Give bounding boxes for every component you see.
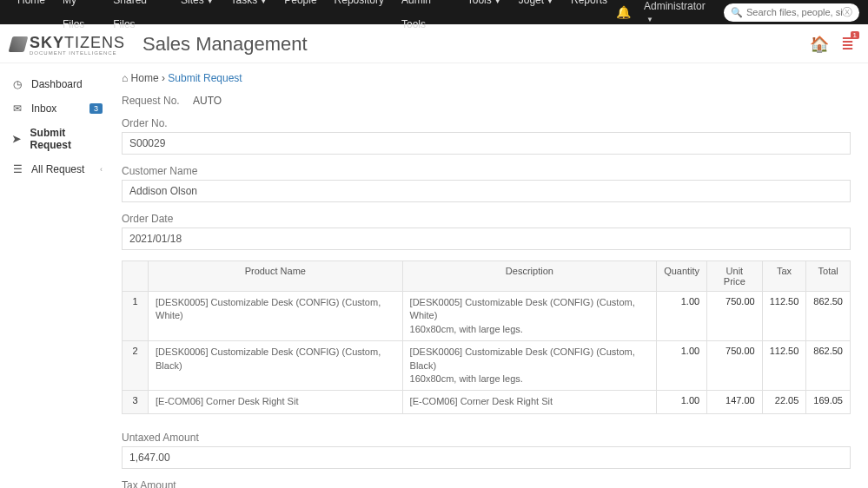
chevron-down-icon: ▼ [207,0,214,5]
sidebar-item-label: Submit Request [30,127,103,151]
nav-sites[interactable]: Sites▼ [172,0,222,36]
table-row[interactable]: 1[DESK0005] Customizable Desk (CONFIG) (… [123,292,851,341]
cell: 2 [123,341,149,391]
col-header: Description [402,261,657,292]
col-header: Unit Price [707,261,763,292]
sidebar-icon: ➤ [10,133,23,145]
cell: [DESK0005] Customizable Desk (CONFIG) (C… [402,292,657,341]
chevron-down-icon: ▼ [260,0,267,5]
col-header [123,261,149,292]
top-nav: HomeMy FilesShared FilesSites▼Tasks▼Peop… [0,0,868,24]
cell: 22.05 [762,391,806,413]
customer-label: Customer Name [122,165,851,177]
page-title: Sales Management [142,33,308,56]
breadcrumb-home[interactable]: Home [131,72,159,84]
home-icon: ⌂ [122,72,128,84]
nav-tasks[interactable]: Tasks▼ [222,0,276,36]
sidebar-icon: ☰ [10,163,24,175]
cell: [DESK0006] Customizable Desk (CONFIG) (C… [149,341,403,391]
col-header: Total [806,261,851,292]
order-no-input[interactable] [122,132,851,155]
search-input[interactable] [746,7,842,17]
cell: 862.50 [806,292,851,341]
nav-my-files[interactable]: My Files [54,0,104,36]
sidebar-icon: ◷ [10,78,24,90]
customer-input[interactable] [122,180,851,202]
untaxed-label: Untaxed Amount [122,432,851,444]
chevron-down-icon: ▼ [646,16,653,23]
search-box[interactable]: 🔍 ⓧ [724,3,859,22]
sidebar-item-label: All Request [31,163,84,175]
badge: 3 [89,103,103,114]
nav-people[interactable]: People [275,0,325,36]
col-header: Tax [762,261,806,292]
cell: [DESK0006] Customizable Desk (CONFIG) (C… [402,341,657,391]
cell: 169.05 [806,391,851,413]
sidebar-item-inbox[interactable]: ✉Inbox3 [0,96,113,121]
request-no-value: AUTO [193,95,222,107]
breadcrumb-current[interactable]: Submit Request [168,72,242,84]
sidebar: ◷Dashboard✉Inbox3➤Submit Request☰All Req… [0,63,113,488]
logo-mark-icon [9,36,29,52]
table-row[interactable]: 3[E-COM06] Corner Desk Right Sit[E-COM06… [123,391,851,413]
chevron-down-icon: ▼ [494,0,501,5]
brand-pre: SKY [30,34,64,51]
sidebar-item-submit-request[interactable]: ➤Submit Request [0,121,113,157]
cell: 1.00 [657,292,707,341]
content-area: ⌂ Home › Submit Request Request No. AUTO… [113,63,868,488]
items-table: Product NameDescriptionQuantityUnit Pric… [122,260,851,414]
tax-label: Tax Amount [122,479,851,488]
order-no-label: Order No. [122,117,851,129]
list-icon[interactable]: ≣ 1 [841,35,854,54]
chevron-left-icon: ‹ [100,165,103,174]
cell: 1.00 [657,341,707,391]
cell: 1 [123,292,149,341]
sidebar-item-all-request[interactable]: ☰All Request‹ [0,157,113,181]
cell: 112.50 [762,341,806,391]
nav-admin-tools[interactable]: Admin Tools [393,0,459,36]
home-icon[interactable]: 🏠 [810,35,829,54]
header-badge: 1 [851,31,859,39]
bell-icon[interactable]: 🔔 [616,5,631,19]
nav-shared-files[interactable]: Shared Files [104,0,172,36]
brand-post: TIZENS [64,34,125,51]
nav-home[interactable]: Home [9,0,54,36]
orderdate-label: Order Date [122,213,851,225]
nav-joget[interactable]: Joget▼ [510,0,562,36]
search-icon: 🔍 [731,7,743,18]
breadcrumb: ⌂ Home › Submit Request [122,72,851,84]
cell: 750.00 [707,292,763,341]
sidebar-item-label: Inbox [31,102,56,115]
cell: 147.00 [707,391,763,413]
cell: 112.50 [762,292,806,341]
cell: [DESK0005] Customizable Desk (CONFIG) (C… [149,292,403,341]
cell: [E-COM06] Corner Desk Right Sit [402,391,657,413]
untaxed-input[interactable] [122,446,851,469]
user-menu[interactable]: Administrator ▼ [644,0,715,24]
sidebar-icon: ✉ [10,102,24,115]
col-header: Quantity [657,261,707,292]
table-row[interactable]: 2[DESK0006] Customizable Desk (CONFIG) (… [123,341,851,391]
brand-tagline: DOCUMENT INTELLIGENCE [30,50,125,56]
nav-repository[interactable]: Repository [326,0,393,36]
cell: 750.00 [707,341,763,391]
user-label: Administrator [644,0,706,12]
nav-tools[interactable]: Tools▼ [459,0,510,36]
request-no-row: Request No. AUTO [122,95,851,107]
clear-icon[interactable]: ⓧ [842,5,852,20]
cell: 862.50 [806,341,851,391]
cell: [E-COM06] Corner Desk Right Sit [149,391,403,413]
orderdate-input[interactable] [122,228,851,250]
cell: 1.00 [657,391,707,413]
cell: 3 [123,391,149,413]
brand-logo[interactable]: SKYTIZENS DOCUMENT INTELLIGENCE [10,34,125,56]
sidebar-item-label: Dashboard [31,78,83,90]
nav-reports[interactable]: Reports [562,0,616,36]
sidebar-item-dashboard[interactable]: ◷Dashboard [0,72,113,96]
request-no-label: Request No. [122,95,180,107]
col-header: Product Name [149,261,403,292]
chevron-down-icon: ▼ [547,0,553,5]
